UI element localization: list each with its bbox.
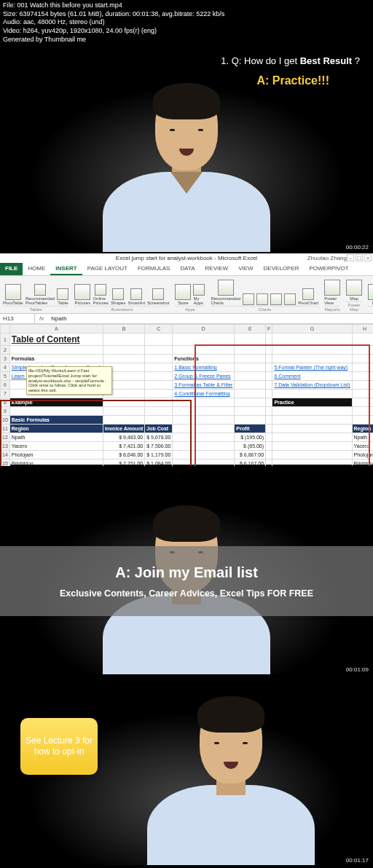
- window-title: Excel jump start for analyst-workbook - …: [116, 255, 257, 261]
- ribbon-cmd-screenshot[interactable]: Screenshot: [147, 288, 169, 305]
- meta-file: File: 001 Watch this before you start.mp…: [3, 1, 370, 10]
- presenter: [103, 84, 270, 252]
- fx-icon[interactable]: fx: [35, 315, 48, 322]
- file-metadata: File: 001 Watch this before you start.mp…: [0, 0, 373, 45]
- banner-title: A: Join my Email list: [115, 564, 258, 581]
- ribbon-cmd-recommended-charts[interactable]: Recommended Charts: [211, 280, 240, 305]
- ribbon-cmd-smartart[interactable]: SmartArt: [127, 288, 145, 305]
- formula-input[interactable]: Npath: [48, 314, 373, 323]
- ribbon-tabs: FILEHOMEINSERTPAGE LAYOUTFORMULASDATAREV…: [0, 263, 373, 276]
- meta-video: Video: h264, yuv420p, 1920x1080, 24.00 f…: [3, 27, 370, 36]
- answer-text: A: Practice!!!: [256, 74, 329, 87]
- ribbon-cmd-shapes[interactable]: Shapes: [111, 288, 125, 305]
- ribbon-cmd-recommended-pivottables[interactable]: Recommended PivotTables: [25, 284, 55, 305]
- ribbon-cmd-chart[interactable]: [284, 293, 296, 305]
- ribbon-tab-insert[interactable]: INSERT: [50, 263, 82, 275]
- ribbon-cmd-line[interactable]: Line: [368, 284, 373, 305]
- ribbon-cmd-chart[interactable]: [243, 293, 254, 305]
- question-text: 1. Q: How do I get Best Result ?: [221, 55, 360, 66]
- ribbon-body: PivotTableRecommended PivotTablesTableTa…: [0, 276, 373, 314]
- maximize-button[interactable]: □: [356, 254, 363, 261]
- frame-4: See Lecture 3 for how to opt-in 00:01:17: [0, 676, 373, 865]
- timestamp: 00:01:17: [345, 857, 370, 864]
- ribbon-cmd-chart[interactable]: [270, 293, 282, 305]
- ribbon-tab-developer[interactable]: DEVELOPER: [259, 263, 305, 275]
- close-button[interactable]: ×: [364, 254, 372, 261]
- ribbon-cmd-pivottable[interactable]: PivotTable: [3, 284, 23, 305]
- cell-comment-tooltip: file:///D|/My Works/Learn it Fast projec…: [26, 366, 112, 395]
- overlay-banner: A: Join my Email list Exclusive Contents…: [0, 546, 373, 616]
- ribbon-cmd-map[interactable]: Map: [346, 280, 362, 301]
- meta-audio: Audio: aac, 48000 Hz, stereo (und): [3, 18, 370, 27]
- ribbon-cmd-table[interactable]: Table: [57, 288, 68, 305]
- ribbon-tab-file[interactable]: FILE: [0, 263, 23, 275]
- timestamp: 00:01:09: [345, 666, 370, 673]
- minimize-button[interactable]: –: [347, 254, 354, 261]
- ribbon-cmd-power-view[interactable]: Power View: [324, 280, 340, 305]
- ribbon-tab-view[interactable]: VIEW: [233, 263, 258, 275]
- presenter: [147, 698, 315, 865]
- ribbon-cmd-pictures[interactable]: Pictures: [74, 284, 90, 305]
- frame-3: A: Join my Email list Exclusive Contents…: [0, 466, 373, 674]
- name-box[interactable]: H13: [0, 314, 35, 323]
- frame-1: 1. Q: How do I get Best Result ? A: Prac…: [0, 45, 373, 252]
- frame-2-excel: Excel jump start for analyst-workbook - …: [0, 253, 373, 465]
- ribbon-tab-home[interactable]: HOME: [23, 263, 50, 275]
- account-name: Zhuotao Zhang: [307, 255, 347, 261]
- ribbon-tab-page-layout[interactable]: PAGE LAYOUT: [82, 263, 133, 275]
- ribbon-tab-review[interactable]: REVIEW: [200, 263, 234, 275]
- ribbon-cmd-store[interactable]: Store: [175, 284, 191, 305]
- window-titlebar: Excel jump start for analyst-workbook - …: [0, 253, 373, 263]
- meta-size: Size: 63974154 bytes (61.01 MiB), durati…: [3, 10, 370, 19]
- ribbon-tab-powerpivot[interactable]: POWERPIVOT: [305, 263, 354, 275]
- ribbon-cmd-online-pictures[interactable]: Online Pictures: [93, 284, 109, 305]
- banner-subtitle: Exclusive Contents, Career Advices, Exce…: [60, 588, 313, 599]
- timestamp: 00:00:22: [345, 244, 370, 250]
- ribbon-cmd-my-apps[interactable]: My Apps: [193, 284, 205, 305]
- callout-box: See Lecture 3 for how to opt-in: [20, 718, 98, 775]
- formula-bar: H13 fx Npath: [0, 314, 373, 324]
- ribbon-tab-data[interactable]: DATA: [175, 263, 200, 275]
- meta-gen: Generated by Thumbnail me: [3, 36, 370, 44]
- ribbon-cmd-chart[interactable]: [256, 293, 268, 305]
- ribbon-cmd-pivotchart[interactable]: PivotChart: [298, 288, 318, 305]
- ribbon-tab-formulas[interactable]: FORMULAS: [133, 263, 175, 275]
